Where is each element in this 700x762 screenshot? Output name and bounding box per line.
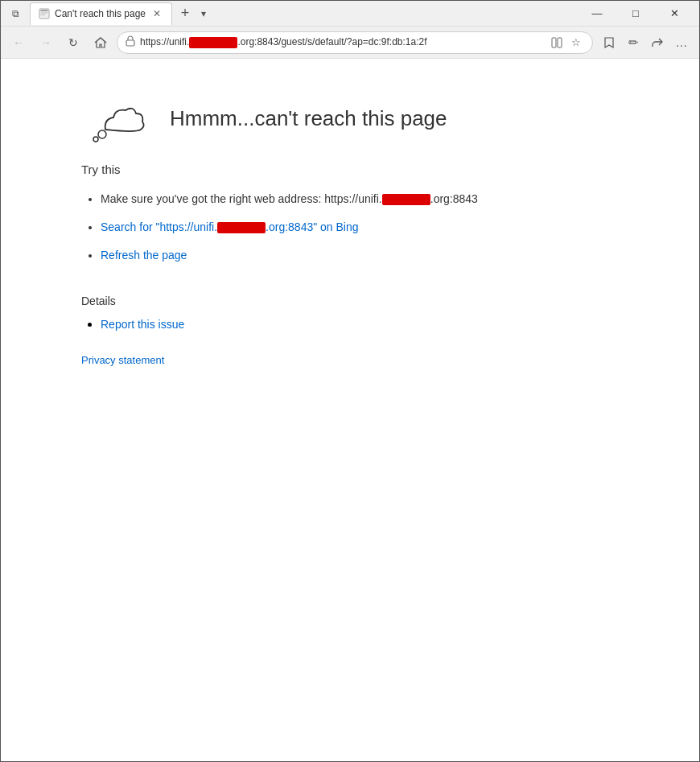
suggestions-list: Make sure you've got the right web addre… [81, 191, 651, 264]
address-bar[interactable]: https://unifi. .org:8843/guest/s/default… [117, 31, 593, 54]
details-title: Details [81, 295, 651, 307]
redacted-url-part [189, 37, 237, 48]
search-bing-link[interactable]: Search for "https://unifi. .org:8843" on… [101, 220, 359, 233]
new-tab-button[interactable]: + [174, 2, 196, 25]
svg-point-7 [93, 137, 98, 142]
navigation-bar: ← → ↻ https://unifi. .org:8843/guest/s/d… [1, 27, 699, 59]
svg-rect-1 [41, 10, 48, 12]
tab-favicon [39, 8, 50, 19]
browser-window: ⧉ Can't reach this page ✕ + ▾ [0, 0, 700, 762]
privacy-statement-link[interactable]: Privacy statement [81, 354, 651, 366]
suggestion-item-search: Search for "https://unifi. .org:8843" on… [101, 219, 651, 236]
reading-favorites-button[interactable] [598, 31, 620, 54]
error-header: Hmmm...can't reach this page [81, 91, 651, 146]
cloud-icon [81, 91, 146, 146]
tab-list-icon[interactable]: ⧉ [7, 6, 23, 22]
error-title: Hmmm...can't reach this page [170, 106, 447, 131]
svg-rect-6 [558, 38, 562, 47]
address-text: https://unifi. .org:8843/guest/s/default… [140, 36, 544, 48]
home-button[interactable] [89, 31, 112, 54]
minimize-button[interactable]: — [579, 1, 616, 27]
toolbar-actions: ✏ … [598, 31, 693, 54]
favorites-star-button[interactable]: ☆ [568, 35, 584, 51]
close-button[interactable]: ✕ [656, 1, 693, 27]
redacted-address [382, 194, 430, 205]
tab-close-button[interactable]: ✕ [150, 8, 163, 19]
suggestion-item-refresh: Refresh the page [101, 247, 651, 264]
more-button[interactable]: … [670, 31, 693, 54]
tab-title: Can't reach this page [55, 8, 146, 19]
refresh-button[interactable]: ↻ [62, 31, 84, 54]
suggestion-item-address: Make sure you've got the right web addre… [101, 191, 651, 208]
svg-rect-3 [41, 14, 46, 15]
address-lock-icon [126, 35, 135, 49]
back-button[interactable]: ← [7, 31, 30, 54]
details-section: Details Report this issue [81, 295, 651, 348]
redacted-search [217, 222, 266, 233]
active-tab[interactable]: Can't reach this page ✕ [30, 2, 172, 25]
svg-rect-4 [126, 40, 134, 46]
maximize-button[interactable]: □ [617, 1, 654, 27]
svg-rect-2 [41, 13, 48, 14]
svg-rect-5 [552, 38, 556, 47]
details-list: Report this issue [81, 317, 651, 332]
forward-button[interactable]: → [35, 31, 57, 54]
detail-item-report: Report this issue [101, 317, 651, 332]
split-view-button[interactable] [549, 35, 565, 51]
try-this-label: Try this [81, 163, 651, 176]
svg-point-8 [98, 130, 106, 138]
share-button[interactable] [646, 31, 669, 54]
address-actions: ☆ [549, 35, 584, 51]
window-controls-right: — □ ✕ [579, 1, 693, 27]
window-controls-left: ⧉ [7, 6, 23, 22]
error-container: Hmmm...can't reach this page Try this Ma… [81, 91, 651, 366]
title-bar: ⧉ Can't reach this page ✕ + ▾ [1, 1, 699, 27]
page-content: Hmmm...can't reach this page Try this Ma… [1, 59, 699, 761]
report-issue-link[interactable]: Report this issue [101, 318, 184, 331]
tabs-area: Can't reach this page ✕ + ▾ [30, 2, 579, 25]
tab-dropdown-button[interactable]: ▾ [198, 6, 209, 21]
refresh-page-link[interactable]: Refresh the page [101, 249, 187, 262]
add-notes-button[interactable]: ✏ [622, 31, 644, 54]
